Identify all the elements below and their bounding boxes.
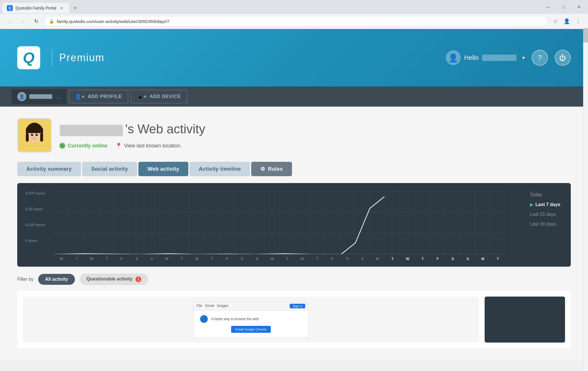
chart-col — [69, 191, 84, 254]
logo-icon: Q — [17, 46, 40, 69]
toolbar-file: File — [197, 304, 202, 308]
svg-point-5 — [32, 134, 33, 135]
chart-drawing-area: MTWTFSSMTWTFSSMTWTFSSMTWTFSSMT — [54, 191, 505, 261]
chart-x-label: S — [235, 257, 249, 261]
location-link-text: View last known location. — [124, 143, 182, 149]
add-device-icon: 📱+ — [137, 93, 147, 100]
minimize-button[interactable]: — — [541, 2, 555, 11]
chart-col — [340, 191, 355, 254]
account-button[interactable]: 👤 — [562, 16, 572, 26]
install-chrome-button[interactable]: Install Google Chrome — [231, 326, 270, 333]
legend-last30[interactable]: Last 30 days — [528, 220, 563, 228]
chart-col — [325, 191, 340, 254]
chart-x-label: F — [325, 257, 340, 261]
chart-x-label: S — [144, 257, 159, 261]
close-button[interactable]: ✕ — [572, 2, 586, 11]
user-avatar-large — [17, 118, 52, 153]
chart-legend: Today ▶ Last 7 days Last 15 days Last 30… — [528, 191, 563, 228]
new-tab-button[interactable]: + — [70, 3, 80, 13]
tab-close-button[interactable]: ✕ — [59, 5, 64, 11]
screenshot-toolbar: File Gmail Images Sign in — [194, 302, 308, 310]
window-controls: — □ ✕ — [541, 2, 586, 14]
add-profile-label: ADD PROFILE — [88, 94, 122, 99]
user-avatar-icon: 👤 — [446, 50, 461, 65]
user-info: 's Web activity Currently online 📍 View … — [60, 122, 571, 149]
chart-x-label: M — [159, 257, 174, 261]
legend-arrow-icon: ▶ — [530, 202, 533, 207]
chart-x-label: F — [430, 257, 445, 261]
current-profile-tab[interactable]: 👤 ... — [11, 89, 66, 104]
chart-y-label-2: 0.05 hours — [25, 207, 45, 223]
page-title: 's Web activity — [125, 122, 205, 136]
add-profile-icon: 👤+ — [75, 93, 85, 100]
greeting-hello: Hello — [464, 54, 479, 61]
active-tab[interactable]: Q Qustodio Family Portal ✕ — [2, 3, 69, 13]
chart-x-label: M — [475, 257, 490, 261]
preview-main-placeholder: File Gmail Images Sign in 🔵 A faster way… — [23, 297, 479, 343]
chart-x-label: F — [219, 257, 234, 261]
location-pin-icon: 📍 — [115, 143, 122, 149]
chart-col — [235, 191, 249, 254]
legend-last7[interactable]: ▶ Last 7 days — [528, 201, 563, 208]
filter-label: Filter by — [17, 277, 34, 282]
tab-rules[interactable]: ⚙ Rules — [251, 162, 292, 176]
product-name: Premium — [59, 52, 105, 64]
svg-rect-10 — [26, 133, 29, 142]
chart-x-label: S — [445, 257, 460, 261]
address-bar[interactable]: 🔒 family.qustodio.com/user-activity/web/… — [44, 16, 547, 26]
chart-x-label: M — [370, 257, 385, 261]
chart-x-label: M — [54, 257, 69, 261]
chart-col — [159, 191, 174, 254]
chart-x-label: T — [490, 257, 505, 261]
chart-y-axis: 0.075 hours 0.05 hours 0.025 hours 0 hou… — [25, 191, 45, 254]
chart-x-label: T — [204, 257, 219, 261]
chart-x-label: F — [114, 257, 129, 261]
add-device-label: ADD DEVICE — [150, 94, 181, 99]
filter-bar: Filter by All activity Questionable acti… — [17, 274, 571, 285]
location-link[interactable]: 📍 View last known location. — [115, 143, 182, 149]
tab-web-activity[interactable]: Web activity — [138, 162, 189, 176]
greeting-username — [482, 55, 517, 61]
back-button[interactable]: ‹ — [5, 16, 15, 26]
power-button[interactable]: ⏻ — [555, 50, 571, 66]
chart-col — [129, 191, 144, 254]
logo-area: Q Premium — [17, 46, 105, 69]
reload-button[interactable]: ↻ — [31, 16, 41, 26]
activity-chart: 0.075 hours 0.05 hours 0.025 hours 0 hou… — [17, 183, 571, 267]
header-right: 👤 Hello ▾ ? ⏻ — [446, 50, 571, 66]
user-greeting-dropdown[interactable]: 👤 Hello ▾ — [446, 50, 525, 65]
avatar-image — [20, 121, 49, 150]
svg-rect-2 — [26, 127, 43, 133]
chart-x-label: S — [340, 257, 355, 261]
chart-col — [174, 191, 189, 254]
tab-activity-summary[interactable]: Activity summary — [17, 162, 81, 176]
scrollbar-thumb[interactable] — [583, 28, 588, 43]
add-profile-button[interactable]: 👤+ ADD PROFILE — [69, 90, 128, 103]
questionable-activity-filter[interactable]: Questionable activity 1 — [80, 274, 148, 285]
tab-social-activity[interactable]: Social activity — [82, 162, 137, 176]
forward-button[interactable]: › — [18, 16, 28, 26]
chart-col — [54, 191, 69, 254]
chart-x-label: T — [310, 257, 325, 261]
bookmark-button[interactable]: ☆ — [550, 16, 560, 26]
dropdown-chevron-icon: ▾ — [522, 55, 525, 61]
chart-col — [189, 191, 204, 254]
signin-button[interactable]: Sign in — [290, 304, 305, 308]
maximize-button[interactable]: □ — [557, 2, 570, 11]
legend-today[interactable]: Today — [528, 191, 563, 199]
chart-col — [99, 191, 114, 254]
tab-favicon: Q — [7, 5, 13, 11]
browser-toolbar: ‹ › ↻ 🔒 family.qustodio.com/user-activit… — [0, 14, 588, 29]
chart-col — [430, 191, 445, 254]
menu-button[interactable]: ⋮ — [573, 16, 583, 26]
chart-y-label-3: 0.025 hours — [25, 223, 45, 239]
all-activity-filter[interactable]: All activity — [38, 274, 75, 285]
add-device-button[interactable]: 📱+ ADD DEVICE — [131, 90, 187, 103]
help-button[interactable]: ? — [532, 50, 548, 66]
chart-y-label-4: 0 hours — [25, 239, 45, 254]
questionable-count-badge: 1 — [136, 276, 141, 282]
ssl-icon: 🔒 — [49, 19, 54, 24]
tab-activity-timeline[interactable]: Activity timeline — [189, 162, 250, 176]
legend-last15[interactable]: Last 15 days — [528, 211, 563, 218]
online-status: Currently online — [60, 143, 107, 149]
